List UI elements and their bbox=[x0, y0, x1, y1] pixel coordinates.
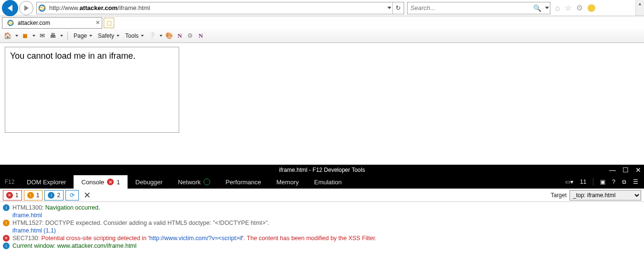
console-badge-count: 1 bbox=[117, 179, 120, 186]
ie-icon bbox=[5, 18, 16, 28]
dropdown-icon[interactable] bbox=[32, 35, 35, 37]
console-target: Target _top: iframe.html bbox=[551, 190, 641, 201]
print-icon[interactable]: 🖶 bbox=[49, 32, 56, 40]
console-line-source[interactable]: iframe.html (1,1) bbox=[1, 227, 643, 234]
devtools-maximize-icon[interactable]: ☐ bbox=[623, 166, 629, 174]
f12-label: F12 bbox=[0, 175, 19, 189]
tab-network[interactable]: Network bbox=[170, 175, 218, 189]
tab-network-label: Network bbox=[178, 179, 201, 186]
feedback-icon[interactable] bbox=[588, 4, 595, 12]
ie-icon bbox=[37, 3, 47, 13]
tab-console[interactable]: Console ✕ 1 bbox=[74, 175, 128, 189]
record-ring-icon bbox=[204, 179, 210, 185]
back-button[interactable] bbox=[2, 0, 18, 16]
onenote-linked-icon[interactable]: N bbox=[176, 32, 183, 40]
favorites-icon[interactable]: ☆ bbox=[565, 3, 571, 12]
help-icon[interactable]: ? bbox=[612, 179, 615, 185]
filter-warnings[interactable]: !1 bbox=[24, 190, 43, 201]
devtools-count: 11 bbox=[580, 179, 586, 185]
dropdown-icon[interactable] bbox=[160, 35, 162, 37]
devtools-tabs: F12 DOM Explorer Console ✕ 1 Debugger Ne… bbox=[0, 175, 644, 189]
search-provider-dropdown[interactable] bbox=[544, 7, 550, 9]
console-line-source[interactable]: iframe.html bbox=[1, 211, 643, 219]
tools-menu[interactable]: Tools bbox=[124, 32, 145, 40]
forward-button[interactable] bbox=[19, 1, 33, 15]
home-icon[interactable]: ⌂ bbox=[555, 4, 560, 12]
devtools-tools-right: ▭▾ 11 ▣ ? ⧉ ☰ bbox=[565, 175, 644, 189]
separator bbox=[593, 178, 593, 186]
filter-errors[interactable]: ✕1 bbox=[3, 190, 22, 201]
tab-memory[interactable]: Memory bbox=[269, 175, 307, 189]
tab-performance[interactable]: Performance bbox=[218, 175, 268, 189]
onenote-send-icon[interactable]: N bbox=[197, 32, 204, 40]
error-badge-icon: ✕ bbox=[107, 179, 114, 185]
dropdown-icon[interactable] bbox=[60, 35, 63, 37]
tab-debugger[interactable]: Debugger bbox=[128, 175, 170, 189]
clear-console-button[interactable]: ✕ bbox=[84, 190, 91, 201]
refresh-button[interactable]: ↻ bbox=[392, 2, 404, 14]
new-tab-button[interactable]: ▢ bbox=[104, 18, 114, 28]
search-icon[interactable]: 🔍 bbox=[530, 4, 544, 12]
console-line-info: i Current window: www.attacker.com/ifram… bbox=[1, 242, 643, 250]
target-label: Target bbox=[551, 192, 567, 199]
console-line-info: i HTML1300: Navigation occurred. bbox=[1, 204, 643, 211]
info-icon: i bbox=[3, 204, 10, 211]
search-bar[interactable]: 🔍 bbox=[407, 2, 550, 14]
safety-menu[interactable]: Safety bbox=[97, 32, 121, 40]
iframe-message: You cannot load me in an iframe. bbox=[10, 51, 136, 61]
info-icon: i bbox=[48, 192, 54, 199]
address-text: http://www.attacker.com/iframe.html bbox=[47, 2, 386, 14]
tab-close-icon[interactable]: ✕ bbox=[96, 20, 100, 26]
tab-console-label: Console bbox=[81, 179, 104, 186]
scroll-up-icon[interactable]: ▲ bbox=[636, 0, 644, 8]
mail-icon[interactable]: ✉ bbox=[38, 32, 46, 40]
responsive-icon[interactable]: ▭▾ bbox=[565, 179, 573, 185]
dropdown-icon[interactable] bbox=[15, 35, 18, 37]
home-icon[interactable]: 🏠 bbox=[4, 32, 11, 40]
caret-down-icon bbox=[545, 7, 549, 9]
address-history-dropdown[interactable] bbox=[386, 7, 392, 9]
filter-info[interactable]: i2 bbox=[44, 190, 64, 201]
undock-icon[interactable]: ⧉ bbox=[622, 179, 626, 185]
console-toggle-icon[interactable]: ▣ bbox=[600, 179, 605, 185]
gear-icon[interactable]: ⚙ bbox=[186, 32, 194, 40]
target-select[interactable]: _top: iframe.html bbox=[569, 190, 641, 201]
feeds-icon[interactable]: ◼ bbox=[21, 32, 29, 40]
tab-dom-explorer[interactable]: DOM Explorer bbox=[19, 175, 74, 189]
warning-icon: ! bbox=[27, 192, 34, 199]
error-icon: ✕ bbox=[6, 192, 13, 199]
page-menu[interactable]: Page bbox=[72, 32, 94, 40]
search-input[interactable] bbox=[408, 4, 530, 11]
separator bbox=[67, 32, 68, 40]
dock-icon[interactable]: ☰ bbox=[633, 179, 638, 185]
page-content: You cannot load me in an iframe. bbox=[0, 43, 644, 148]
console-line-warning: ! HTML1527: DOCTYPE expected. Consider a… bbox=[1, 219, 643, 227]
error-icon: ✕ bbox=[3, 235, 10, 242]
tab-strip: attacker.com ✕ ▢ bbox=[0, 16, 644, 29]
warning-icon: ! bbox=[3, 220, 10, 226]
console-toolbar: ✕1 !1 i2 ⟳ ✕ Target _top: iframe.html bbox=[0, 189, 644, 202]
vertical-scrollbar[interactable]: ▲ bbox=[635, 0, 644, 16]
sync-icon: ⟳ bbox=[70, 192, 75, 199]
help-icon[interactable]: ❔ bbox=[148, 32, 156, 40]
arrow-right-icon bbox=[24, 5, 29, 11]
browser-tab[interactable]: attacker.com ✕ bbox=[2, 17, 102, 29]
address-bar[interactable]: http://www.attacker.com/iframe.html ↻ bbox=[36, 2, 404, 14]
command-bar: 🏠 ◼ ✉ 🖶 Page Safety Tools ❔ 🎨 N ⚙ N bbox=[0, 29, 644, 43]
tab-emulation[interactable]: Emulation bbox=[306, 175, 349, 189]
browser-trailing-icons: ⌂ ☆ ⚙ bbox=[555, 3, 595, 12]
clear-on-navigate[interactable]: ⟳ bbox=[65, 190, 79, 201]
tab-title: attacker.com bbox=[18, 20, 50, 26]
devtools-title: iframe.html - F12 Developer Tools bbox=[279, 167, 365, 173]
devtools-panel: iframe.html - F12 Developer Tools — ☐ ✕ … bbox=[0, 165, 644, 264]
caret-down-icon bbox=[387, 7, 391, 9]
devtools-close-icon[interactable]: ✕ bbox=[635, 166, 641, 174]
console-output[interactable]: i HTML1300: Navigation occurred. iframe.… bbox=[0, 202, 644, 264]
devtools-minimize-icon[interactable]: — bbox=[609, 166, 616, 174]
palette-icon[interactable]: 🎨 bbox=[165, 32, 173, 40]
info-icon: i bbox=[3, 243, 10, 249]
settings-icon[interactable]: ⚙ bbox=[576, 3, 583, 12]
devtools-titlebar: iframe.html - F12 Developer Tools — ☐ ✕ bbox=[0, 165, 644, 175]
console-line-error: ✕ SEC7130: Potential cross-site scriptin… bbox=[1, 234, 643, 242]
iframe-placeholder: You cannot load me in an iframe. bbox=[5, 47, 179, 133]
